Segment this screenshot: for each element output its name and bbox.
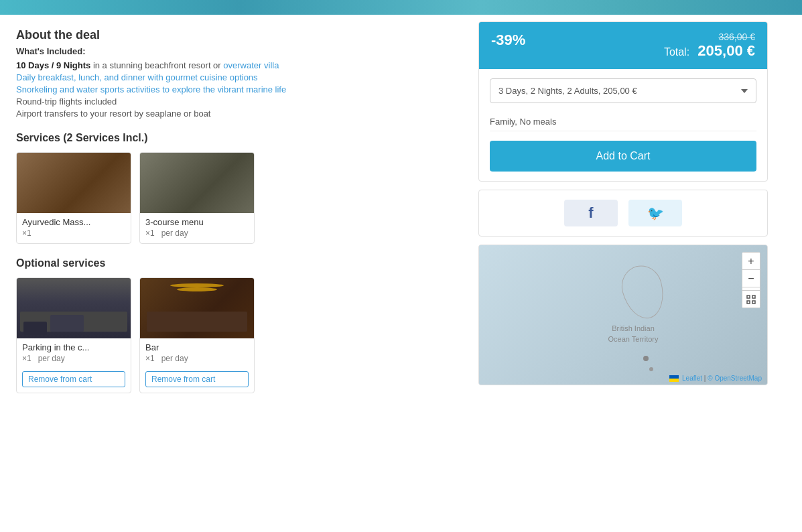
parking-image xyxy=(17,278,131,338)
deal-item-3: Snorkeling and water sports activities t… xyxy=(16,84,453,94)
optional-card-bar: Bar ×1 per day Remove from cart xyxy=(139,277,255,393)
hero-image xyxy=(0,0,802,15)
twitter-share-button[interactable]: 🐦 xyxy=(628,200,682,226)
deal-item-2: Daily breakfast, lunch, and dinner with … xyxy=(16,72,453,82)
services-title: Services (2 Services Incl.) xyxy=(16,132,453,144)
ayurvedic-image xyxy=(17,153,131,213)
leaflet-link[interactable]: Leaflet xyxy=(682,375,702,382)
add-to-cart-button[interactable]: Add to Cart xyxy=(490,141,756,172)
total-price: Total: 205,00 € xyxy=(664,42,755,59)
services-grid: Ayurvedic Mass... ×1 3-course menu ×1 pe… xyxy=(16,152,453,244)
map-dot-1 xyxy=(643,356,649,361)
menu-name: 3-course menu xyxy=(145,217,249,227)
pricing-header: -39% 336,00 € Total: 205,00 € xyxy=(479,22,767,69)
map-attribution: Leaflet | © OpenStreetMap xyxy=(669,375,762,382)
bar-remove-button[interactable]: Remove from cart xyxy=(145,371,249,387)
map-container: British IndianOcean Territory + − xyxy=(478,245,768,385)
svg-rect-0 xyxy=(747,295,750,298)
total-label: Total: xyxy=(664,46,689,58)
map-zoom-controls: + − xyxy=(742,252,760,308)
map-fullscreen-button[interactable] xyxy=(742,290,760,308)
menu-meta: ×1 per day xyxy=(145,228,249,238)
ayurvedic-meta: ×1 xyxy=(22,228,125,238)
svg-rect-2 xyxy=(747,301,750,304)
map-zoom-in-button[interactable]: + xyxy=(742,253,760,270)
pricing-box: -39% 336,00 € Total: 205,00 € 3 Days, 2 … xyxy=(478,21,768,182)
facebook-share-button[interactable]: f xyxy=(564,200,618,226)
osm-link[interactable]: © OpenStreetMap xyxy=(708,375,762,382)
map-background: British IndianOcean Territory + − xyxy=(479,245,767,385)
deal-item-5: Airport transfers to your resort by seap… xyxy=(16,109,453,119)
menu-image xyxy=(140,153,254,213)
deal-selector[interactable]: 3 Days, 2 Nights, 2 Adults, 205,00 € xyxy=(490,78,756,103)
about-section: About the deal What's Included: 10 Days … xyxy=(16,28,453,119)
services-section: Services (2 Services Incl.) Ayurvedic Ma… xyxy=(16,132,453,244)
social-share-box: f 🐦 xyxy=(478,190,768,237)
service-card-ayurvedic: Ayurvedic Mass... ×1 xyxy=(16,152,131,244)
leaflet-flag xyxy=(669,375,679,382)
map-zoom-out-button[interactable]: − xyxy=(742,270,760,287)
bar-meta: ×1 per day xyxy=(145,354,249,363)
facebook-icon: f xyxy=(588,204,593,222)
discount-badge: -39% xyxy=(491,31,525,49)
ayurvedic-name: Ayurvedic Mass... xyxy=(22,217,125,227)
map-necklace-shape xyxy=(617,261,670,324)
deal-item-1: 10 Days / 9 Nights in a stunning beachfr… xyxy=(16,60,453,70)
optional-card-parking: Parking in the c... ×1 per day Remove fr… xyxy=(16,277,131,393)
svg-rect-3 xyxy=(752,301,755,304)
whats-included-label: What's Included: xyxy=(16,46,453,56)
twitter-icon: 🐦 xyxy=(647,205,664,221)
svg-rect-1 xyxy=(752,295,755,298)
parking-remove-button[interactable]: Remove from cart xyxy=(22,371,125,387)
meal-info: Family, No meals xyxy=(490,113,756,131)
map-dot-2 xyxy=(649,367,653,371)
bar-image xyxy=(140,278,254,338)
map-region-label: British IndianOcean Territory xyxy=(608,324,659,344)
service-card-menu: 3-course menu ×1 per day xyxy=(139,152,255,244)
bar-name: Bar xyxy=(145,342,249,352)
deal-item-4: Round-trip flights included xyxy=(16,96,453,107)
optional-grid: Parking in the c... ×1 per day Remove fr… xyxy=(16,277,453,393)
price-info: 336,00 € Total: 205,00 € xyxy=(664,31,755,60)
parking-meta: ×1 per day xyxy=(22,354,125,363)
optional-title: Optional services xyxy=(16,257,453,269)
original-price: 336,00 € xyxy=(664,31,755,42)
optional-section: Optional services Parking in the c... ×1… xyxy=(16,257,453,393)
about-title: About the deal xyxy=(16,28,453,42)
parking-name: Parking in the c... xyxy=(22,342,125,352)
